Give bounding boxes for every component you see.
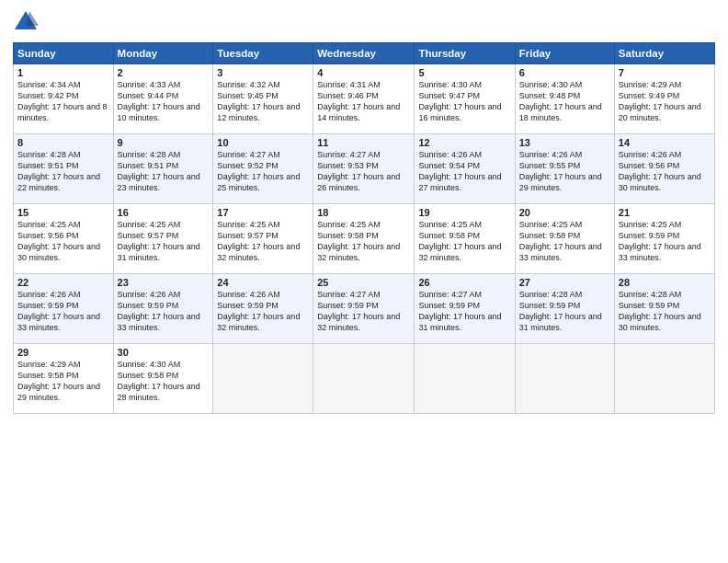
day-number: 1	[17, 67, 109, 78]
day-info: Sunrise: 4:30 AMSunset: 9:48 PMDaylight:…	[519, 79, 610, 124]
day-cell: 7 Sunrise: 4:29 AMSunset: 9:49 PMDayligh…	[614, 64, 714, 134]
day-cell: 6 Sunrise: 4:30 AMSunset: 9:48 PMDayligh…	[515, 64, 614, 134]
day-info: Sunrise: 4:28 AMSunset: 9:51 PMDaylight:…	[118, 149, 210, 194]
day-cell: 19 Sunrise: 4:25 AMSunset: 9:58 PMDaylig…	[415, 204, 515, 274]
weekday-header-saturday: Saturday	[614, 43, 714, 64]
day-info: Sunrise: 4:25 AMSunset: 9:59 PMDaylight:…	[619, 219, 711, 264]
weekday-header-monday: Monday	[113, 43, 213, 64]
day-info: Sunrise: 4:29 AMSunset: 9:49 PMDaylight:…	[619, 79, 711, 124]
day-info: Sunrise: 4:27 AMSunset: 9:53 PMDaylight:…	[317, 149, 410, 194]
day-info: Sunrise: 4:25 AMSunset: 9:58 PMDaylight:…	[317, 219, 410, 264]
day-number: 19	[418, 207, 510, 218]
day-number: 12	[418, 137, 510, 148]
day-number: 3	[217, 67, 309, 78]
day-cell: 28 Sunrise: 4:28 AMSunset: 9:59 PMDaylig…	[614, 274, 714, 344]
day-info: Sunrise: 4:27 AMSunset: 9:59 PMDaylight:…	[317, 289, 410, 334]
day-number: 8	[17, 137, 109, 148]
day-info: Sunrise: 4:26 AMSunset: 9:55 PMDaylight:…	[519, 149, 610, 194]
day-cell	[313, 344, 415, 414]
logo-icon	[13, 9, 39, 35]
day-info: Sunrise: 4:28 AMSunset: 9:59 PMDaylight:…	[619, 289, 711, 334]
day-cell	[415, 344, 515, 414]
weekday-header-friday: Friday	[515, 43, 614, 64]
day-number: 30	[118, 347, 210, 358]
week-row-1: 1 Sunrise: 4:34 AMSunset: 9:42 PMDayligh…	[14, 64, 715, 134]
day-info: Sunrise: 4:26 AMSunset: 9:59 PMDaylight:…	[17, 289, 109, 334]
weekday-header-wednesday: Wednesday	[313, 43, 415, 64]
weekday-header-tuesday: Tuesday	[213, 43, 313, 64]
day-info: Sunrise: 4:29 AMSunset: 9:58 PMDaylight:…	[17, 359, 109, 404]
day-number: 23	[118, 277, 210, 288]
day-number: 16	[118, 207, 210, 218]
day-number: 29	[17, 347, 109, 358]
day-cell: 11 Sunrise: 4:27 AMSunset: 9:53 PMDaylig…	[313, 134, 415, 204]
day-info: Sunrise: 4:30 AMSunset: 9:58 PMDaylight:…	[118, 359, 210, 404]
day-info: Sunrise: 4:33 AMSunset: 9:44 PMDaylight:…	[118, 79, 210, 124]
day-number: 14	[619, 137, 711, 148]
day-cell	[213, 344, 313, 414]
day-cell: 13 Sunrise: 4:26 AMSunset: 9:55 PMDaylig…	[515, 134, 614, 204]
day-number: 9	[118, 137, 210, 148]
day-number: 24	[217, 277, 309, 288]
day-number: 13	[519, 137, 610, 148]
day-cell: 5 Sunrise: 4:30 AMSunset: 9:47 PMDayligh…	[415, 64, 515, 134]
day-cell: 20 Sunrise: 4:25 AMSunset: 9:58 PMDaylig…	[515, 204, 614, 274]
page: SundayMondayTuesdayWednesdayThursdayFrid…	[0, 0, 728, 563]
day-cell: 24 Sunrise: 4:26 AMSunset: 9:59 PMDaylig…	[213, 274, 313, 344]
day-number: 18	[317, 207, 410, 218]
day-info: Sunrise: 4:26 AMSunset: 9:54 PMDaylight:…	[418, 149, 510, 194]
day-cell: 12 Sunrise: 4:26 AMSunset: 9:54 PMDaylig…	[415, 134, 515, 204]
day-cell: 4 Sunrise: 4:31 AMSunset: 9:46 PMDayligh…	[313, 64, 415, 134]
logo	[13, 9, 42, 35]
day-info: Sunrise: 4:31 AMSunset: 9:46 PMDaylight:…	[317, 79, 410, 124]
day-number: 11	[317, 137, 410, 148]
day-number: 21	[619, 207, 711, 218]
day-cell: 16 Sunrise: 4:25 AMSunset: 9:57 PMDaylig…	[113, 204, 213, 274]
day-cell: 22 Sunrise: 4:26 AMSunset: 9:59 PMDaylig…	[14, 274, 114, 344]
day-info: Sunrise: 4:30 AMSunset: 9:47 PMDaylight:…	[418, 79, 510, 124]
day-cell: 23 Sunrise: 4:26 AMSunset: 9:59 PMDaylig…	[113, 274, 213, 344]
day-number: 20	[519, 207, 610, 218]
day-number: 27	[519, 277, 610, 288]
day-cell: 29 Sunrise: 4:29 AMSunset: 9:58 PMDaylig…	[14, 344, 114, 414]
day-cell	[614, 344, 714, 414]
day-info: Sunrise: 4:26 AMSunset: 9:56 PMDaylight:…	[619, 149, 711, 194]
day-info: Sunrise: 4:26 AMSunset: 9:59 PMDaylight:…	[118, 289, 210, 334]
weekday-header-thursday: Thursday	[415, 43, 515, 64]
weekday-header-sunday: Sunday	[14, 43, 114, 64]
day-cell: 9 Sunrise: 4:28 AMSunset: 9:51 PMDayligh…	[113, 134, 213, 204]
day-number: 15	[17, 207, 109, 218]
day-cell: 3 Sunrise: 4:32 AMSunset: 9:45 PMDayligh…	[213, 64, 313, 134]
day-info: Sunrise: 4:27 AMSunset: 9:59 PMDaylight:…	[418, 289, 510, 334]
calendar-table: SundayMondayTuesdayWednesdayThursdayFrid…	[13, 42, 715, 414]
day-info: Sunrise: 4:32 AMSunset: 9:45 PMDaylight:…	[217, 79, 309, 124]
day-cell: 27 Sunrise: 4:28 AMSunset: 9:59 PMDaylig…	[515, 274, 614, 344]
day-info: Sunrise: 4:25 AMSunset: 9:58 PMDaylight:…	[519, 219, 610, 264]
header	[13, 9, 715, 35]
day-cell: 14 Sunrise: 4:26 AMSunset: 9:56 PMDaylig…	[614, 134, 714, 204]
day-number: 22	[17, 277, 109, 288]
day-cell: 21 Sunrise: 4:25 AMSunset: 9:59 PMDaylig…	[614, 204, 714, 274]
week-row-3: 15 Sunrise: 4:25 AMSunset: 9:56 PMDaylig…	[14, 204, 715, 274]
day-number: 25	[317, 277, 410, 288]
day-info: Sunrise: 4:25 AMSunset: 9:56 PMDaylight:…	[17, 219, 109, 264]
day-info: Sunrise: 4:25 AMSunset: 9:58 PMDaylight:…	[418, 219, 510, 264]
day-cell: 26 Sunrise: 4:27 AMSunset: 9:59 PMDaylig…	[415, 274, 515, 344]
day-number: 6	[519, 67, 610, 78]
day-cell: 17 Sunrise: 4:25 AMSunset: 9:57 PMDaylig…	[213, 204, 313, 274]
svg-marker-1	[26, 11, 39, 26]
day-info: Sunrise: 4:25 AMSunset: 9:57 PMDaylight:…	[118, 219, 210, 264]
week-row-4: 22 Sunrise: 4:26 AMSunset: 9:59 PMDaylig…	[14, 274, 715, 344]
day-info: Sunrise: 4:27 AMSunset: 9:52 PMDaylight:…	[217, 149, 309, 194]
day-cell: 10 Sunrise: 4:27 AMSunset: 9:52 PMDaylig…	[213, 134, 313, 204]
day-info: Sunrise: 4:34 AMSunset: 9:42 PMDaylight:…	[17, 79, 109, 124]
day-cell: 8 Sunrise: 4:28 AMSunset: 9:51 PMDayligh…	[14, 134, 114, 204]
day-number: 28	[619, 277, 711, 288]
day-number: 26	[418, 277, 510, 288]
day-cell: 1 Sunrise: 4:34 AMSunset: 9:42 PMDayligh…	[14, 64, 114, 134]
day-cell: 25 Sunrise: 4:27 AMSunset: 9:59 PMDaylig…	[313, 274, 415, 344]
day-info: Sunrise: 4:28 AMSunset: 9:59 PMDaylight:…	[519, 289, 610, 334]
week-row-5: 29 Sunrise: 4:29 AMSunset: 9:58 PMDaylig…	[14, 344, 715, 414]
day-info: Sunrise: 4:28 AMSunset: 9:51 PMDaylight:…	[17, 149, 109, 194]
day-number: 4	[317, 67, 410, 78]
